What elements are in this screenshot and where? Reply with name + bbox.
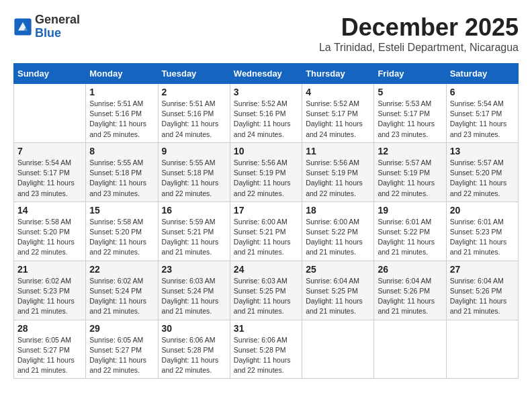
day-info: Sunrise: 5:57 AMSunset: 5:19 PMDaylight:… (378, 158, 442, 199)
day-number: 1 (89, 87, 154, 97)
header-saturday: Saturday (446, 64, 518, 84)
day-number: 11 (306, 146, 370, 156)
day-number: 14 (17, 205, 82, 216)
day-info: Sunrise: 5:58 AMSunset: 5:20 PMDaylight:… (89, 217, 154, 258)
day-number: 12 (378, 146, 442, 156)
header-tuesday: Tuesday (158, 64, 230, 84)
day-info: Sunrise: 5:57 AMSunset: 5:20 PMDaylight:… (450, 158, 515, 199)
day-info: Sunrise: 5:58 AMSunset: 5:20 PMDaylight:… (17, 217, 82, 258)
day-cell: 13Sunrise: 5:57 AMSunset: 5:20 PMDayligh… (446, 142, 518, 201)
day-number: 15 (89, 205, 154, 216)
day-number: 30 (162, 323, 226, 334)
day-info: Sunrise: 6:02 AMSunset: 5:24 PMDaylight:… (89, 276, 154, 317)
day-info: Sunrise: 5:59 AMSunset: 5:21 PMDaylight:… (162, 217, 226, 258)
day-number: 4 (306, 87, 370, 97)
day-number: 31 (234, 323, 298, 334)
day-cell: 2Sunrise: 5:51 AMSunset: 5:16 PMDaylight… (158, 84, 230, 143)
day-number: 17 (234, 205, 298, 216)
day-number: 18 (306, 205, 370, 216)
day-number: 6 (450, 87, 515, 97)
header-thursday: Thursday (302, 64, 374, 84)
day-number: 19 (378, 205, 442, 216)
day-cell: 21Sunrise: 6:02 AMSunset: 5:23 PMDayligh… (14, 261, 86, 320)
day-number: 24 (234, 264, 298, 275)
day-cell: 1Sunrise: 5:51 AMSunset: 5:16 PMDaylight… (86, 84, 158, 143)
header-friday: Friday (374, 64, 446, 84)
day-cell: 31Sunrise: 6:06 AMSunset: 5:28 PMDayligh… (230, 320, 302, 379)
day-cell: 30Sunrise: 6:06 AMSunset: 5:28 PMDayligh… (158, 320, 230, 379)
day-info: Sunrise: 5:56 AMSunset: 5:19 PMDaylight:… (306, 158, 370, 199)
day-cell: 20Sunrise: 6:01 AMSunset: 5:23 PMDayligh… (446, 201, 518, 261)
day-cell: 29Sunrise: 6:05 AMSunset: 5:27 PMDayligh… (86, 320, 158, 379)
day-cell: 9Sunrise: 5:55 AMSunset: 5:18 PMDaylight… (158, 142, 230, 201)
logo-blue: Blue (35, 27, 80, 40)
logo-general: General (35, 13, 80, 27)
header-sunday: Sunday (14, 64, 86, 84)
day-info: Sunrise: 6:06 AMSunset: 5:28 PMDaylight:… (162, 335, 226, 376)
day-cell: 11Sunrise: 5:56 AMSunset: 5:19 PMDayligh… (302, 142, 374, 201)
day-number: 29 (89, 323, 154, 334)
day-cell (374, 320, 446, 379)
day-cell: 4Sunrise: 5:52 AMSunset: 5:17 PMDaylight… (302, 84, 374, 143)
day-info: Sunrise: 6:04 AMSunset: 5:26 PMDaylight:… (378, 276, 442, 317)
week-row-4: 21Sunrise: 6:02 AMSunset: 5:23 PMDayligh… (14, 261, 519, 320)
day-cell: 8Sunrise: 5:55 AMSunset: 5:18 PMDaylight… (86, 142, 158, 201)
day-number: 5 (378, 87, 442, 97)
day-info: Sunrise: 5:55 AMSunset: 5:18 PMDaylight:… (89, 158, 154, 199)
day-number: 25 (306, 264, 370, 275)
day-cell: 12Sunrise: 5:57 AMSunset: 5:19 PMDayligh… (374, 142, 446, 201)
day-info: Sunrise: 6:03 AMSunset: 5:24 PMDaylight:… (162, 276, 226, 317)
day-number: 20 (450, 205, 515, 216)
logo-icon (13, 17, 32, 36)
day-cell: 28Sunrise: 6:05 AMSunset: 5:27 PMDayligh… (14, 320, 86, 379)
day-cell: 14Sunrise: 5:58 AMSunset: 5:20 PMDayligh… (14, 201, 86, 261)
title-section: December 2025 La Trinidad, Esteli Depart… (319, 13, 519, 54)
day-info: Sunrise: 5:56 AMSunset: 5:19 PMDaylight:… (234, 158, 298, 199)
day-number: 8 (89, 146, 154, 156)
logo: General Blue (13, 13, 80, 40)
day-cell: 16Sunrise: 5:59 AMSunset: 5:21 PMDayligh… (158, 201, 230, 261)
day-cell (302, 320, 374, 379)
day-number: 23 (162, 264, 226, 275)
week-row-5: 28Sunrise: 6:05 AMSunset: 5:27 PMDayligh… (14, 320, 519, 379)
day-number: 7 (17, 146, 82, 156)
day-number: 13 (450, 146, 515, 156)
day-info: Sunrise: 5:51 AMSunset: 5:16 PMDaylight:… (89, 99, 154, 140)
day-info: Sunrise: 6:03 AMSunset: 5:25 PMDaylight:… (234, 276, 298, 317)
day-info: Sunrise: 6:05 AMSunset: 5:27 PMDaylight:… (89, 335, 154, 376)
day-cell: 26Sunrise: 6:04 AMSunset: 5:26 PMDayligh… (374, 261, 446, 320)
week-row-3: 14Sunrise: 5:58 AMSunset: 5:20 PMDayligh… (14, 201, 519, 261)
day-info: Sunrise: 5:52 AMSunset: 5:17 PMDaylight:… (306, 99, 370, 140)
day-cell: 22Sunrise: 6:02 AMSunset: 5:24 PMDayligh… (86, 261, 158, 320)
day-info: Sunrise: 5:53 AMSunset: 5:17 PMDaylight:… (378, 99, 442, 140)
day-number: 28 (17, 323, 82, 334)
day-info: Sunrise: 5:51 AMSunset: 5:16 PMDaylight:… (162, 99, 226, 140)
day-cell: 10Sunrise: 5:56 AMSunset: 5:19 PMDayligh… (230, 142, 302, 201)
day-number: 10 (234, 146, 298, 156)
day-info: Sunrise: 6:01 AMSunset: 5:23 PMDaylight:… (450, 217, 515, 258)
day-cell: 3Sunrise: 5:52 AMSunset: 5:16 PMDaylight… (230, 84, 302, 143)
day-cell: 17Sunrise: 6:00 AMSunset: 5:21 PMDayligh… (230, 201, 302, 261)
day-info: Sunrise: 6:01 AMSunset: 5:22 PMDaylight:… (378, 217, 442, 258)
day-number: 3 (234, 87, 298, 97)
day-cell (14, 84, 86, 143)
day-info: Sunrise: 6:06 AMSunset: 5:28 PMDaylight:… (234, 335, 298, 376)
month-title: December 2025 (319, 13, 519, 42)
header-monday: Monday (86, 64, 158, 84)
calendar-header-row: SundayMondayTuesdayWednesdayThursdayFrid… (14, 64, 519, 84)
day-info: Sunrise: 6:05 AMSunset: 5:27 PMDaylight:… (17, 335, 82, 376)
day-cell: 19Sunrise: 6:01 AMSunset: 5:22 PMDayligh… (374, 201, 446, 261)
day-number: 26 (378, 264, 442, 275)
day-cell: 25Sunrise: 6:04 AMSunset: 5:25 PMDayligh… (302, 261, 374, 320)
day-cell (446, 320, 518, 379)
location-title: La Trinidad, Esteli Department, Nicaragu… (319, 42, 519, 54)
day-cell: 23Sunrise: 6:03 AMSunset: 5:24 PMDayligh… (158, 261, 230, 320)
day-number: 22 (89, 264, 154, 275)
day-info: Sunrise: 6:02 AMSunset: 5:23 PMDaylight:… (17, 276, 82, 317)
day-number: 27 (450, 264, 515, 275)
day-info: Sunrise: 6:04 AMSunset: 5:26 PMDaylight:… (450, 276, 515, 317)
day-info: Sunrise: 6:04 AMSunset: 5:25 PMDaylight:… (306, 276, 370, 317)
day-number: 2 (162, 87, 226, 97)
day-cell: 5Sunrise: 5:53 AMSunset: 5:17 PMDaylight… (374, 84, 446, 143)
day-number: 16 (162, 205, 226, 216)
